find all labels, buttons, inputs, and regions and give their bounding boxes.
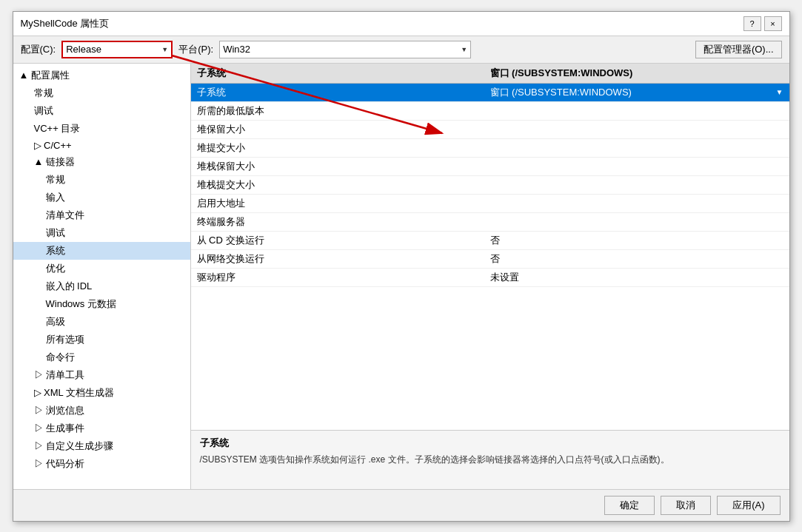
description-area: 子系统 /SUBSYSTEM 选项告知操作系统如何运行 .exe 文件。子系统的… (191, 430, 789, 489)
tree-item-config-props[interactable]: ▲ 配置属性 (13, 67, 190, 84)
tree-item-linker-cmdline[interactable]: 命令行 (13, 349, 190, 366)
prop-row[interactable]: 堆提交大小 (191, 139, 789, 158)
tree-item-linker-manifest[interactable]: 清单文件 (13, 206, 190, 224)
tree-item-vcpp-dirs[interactable]: VC++ 目录 (13, 120, 190, 138)
prop-row[interactable]: 启用大地址 (191, 195, 789, 213)
prop-name: 启用大地址 (197, 197, 490, 210)
close-button[interactable]: × (764, 16, 782, 31)
prop-name: 堆栈提交大小 (197, 178, 490, 192)
prop-name: 从 CD 交换运行 (197, 234, 490, 247)
description-title: 子系统 (200, 437, 781, 450)
left-panel: ▲ 配置属性常规调试VC++ 目录▷ C/C++▲ 链接器常规输入清单文件调试系… (13, 64, 191, 489)
tree-item-build-events[interactable]: ▷ 生成事件 (13, 420, 190, 437)
prop-name: 所需的最低版本 (197, 104, 490, 118)
prop-row[interactable]: 堆保留大小 (191, 121, 789, 139)
tree-item-linker[interactable]: ▲ 链接器 (13, 153, 190, 171)
platform-select[interactable]: Win32 ▼ (219, 41, 471, 58)
tree-item-general[interactable]: 常规 (13, 84, 190, 102)
prop-name: 终端服务器 (197, 215, 490, 229)
prop-name: 驱动程序 (197, 271, 490, 284)
prop-row[interactable]: 从 CD 交换运行否 (191, 232, 789, 250)
tree-item-manifest-tool[interactable]: ▷ 清单工具 (13, 366, 190, 384)
main-area: ▲ 配置属性常规调试VC++ 目录▷ C/C++▲ 链接器常规输入清单文件调试系… (13, 64, 789, 489)
prop-value: 否 (490, 252, 783, 266)
tree-item-debug[interactable]: 调试 (13, 102, 190, 120)
prop-value-text: 窗口 (/SUBSYSTEM:WINDOWS) (490, 86, 632, 99)
tree-item-linker-all-options[interactable]: 所有选项 (13, 331, 190, 349)
prop-name: 堆保留大小 (197, 123, 490, 136)
prop-row[interactable]: 子系统窗口 (/SUBSYSTEM:WINDOWS)▼ (191, 84, 789, 102)
prop-row[interactable]: 所需的最低版本 (191, 102, 789, 121)
ok-button[interactable]: 确定 (604, 496, 655, 515)
tree-item-cpp[interactable]: ▷ C/C++ (13, 138, 190, 153)
prop-row[interactable]: 终端服务器 (191, 213, 789, 232)
tree-item-linker-advanced[interactable]: 高级 (13, 313, 190, 331)
prop-name: 从网络交换运行 (197, 252, 490, 266)
tree-item-linker-input[interactable]: 输入 (13, 189, 190, 206)
config-dropdown-arrow: ▼ (161, 46, 168, 53)
config-label: 配置(C): (21, 43, 56, 56)
prop-name: 堆提交大小 (197, 141, 490, 155)
platform-label: 平台(P): (178, 43, 213, 56)
prop-header-value: 窗口 (/SUBSYSTEM:WINDOWS) (490, 67, 783, 80)
title-bar-buttons: ? × (743, 16, 782, 31)
platform-dropdown-arrow: ▼ (461, 46, 467, 53)
tree-item-code-analysis[interactable]: ▷ 代码分析 (13, 455, 190, 473)
prop-value-dropdown-arrow[interactable]: ▼ (776, 88, 783, 96)
tree-item-linker-debug[interactable]: 调试 (13, 224, 190, 242)
prop-header: 子系统 窗口 (/SUBSYSTEM:WINDOWS) (191, 64, 789, 84)
config-bar: 配置(C): Release ▼ 平台(P): Win32 ▼ 配置管理器(O)… (13, 36, 789, 64)
prop-row[interactable]: 堆栈保留大小 (191, 158, 789, 176)
properties-table: 子系统 窗口 (/SUBSYSTEM:WINDOWS) 子系统窗口 (/SUBS… (191, 64, 789, 430)
config-select-value: Release (66, 44, 101, 55)
prop-row[interactable]: 从网络交换运行否 (191, 250, 789, 269)
description-text: /SUBSYSTEM 选项告知操作系统如何运行 .exe 文件。子系统的选择会影… (200, 453, 781, 466)
tree-item-xml-doc[interactable]: ▷ XML 文档生成器 (13, 384, 190, 402)
tree-item-browse-info[interactable]: ▷ 浏览信息 (13, 402, 190, 420)
prop-value: 窗口 (/SUBSYSTEM:WINDOWS)▼ (490, 86, 783, 99)
config-select[interactable]: Release ▼ (61, 41, 173, 58)
tree-item-linker-optimize[interactable]: 优化 (13, 260, 190, 277)
tree-item-linker-win-metadata[interactable]: Windows 元数据 (13, 295, 190, 313)
prop-name: 子系统 (197, 86, 490, 99)
platform-select-value: Win32 (223, 44, 250, 55)
prop-value: 否 (490, 234, 783, 247)
tree-item-linker-embedded-idl[interactable]: 嵌入的 IDL (13, 277, 190, 295)
tree-item-linker-system[interactable]: 系统 (13, 242, 190, 260)
apply-button[interactable]: 应用(A) (717, 496, 780, 515)
prop-name: 堆栈保留大小 (197, 160, 490, 173)
dialog-title: MyShellCode 属性页 (21, 17, 110, 30)
bottom-buttons: 确定 取消 应用(A) (13, 489, 789, 521)
prop-header-name: 子系统 (197, 67, 490, 80)
prop-value: 未设置 (490, 271, 783, 284)
cancel-button[interactable]: 取消 (661, 496, 711, 515)
tree-item-custom-build[interactable]: ▷ 自定义生成步骤 (13, 437, 190, 455)
prop-row[interactable]: 驱动程序未设置 (191, 269, 789, 287)
right-panel: 子系统 窗口 (/SUBSYSTEM:WINDOWS) 子系统窗口 (/SUBS… (191, 64, 789, 489)
title-bar: MyShellCode 属性页 ? × (13, 12, 789, 36)
help-button[interactable]: ? (743, 16, 761, 31)
prop-row[interactable]: 堆栈提交大小 (191, 176, 789, 195)
config-manager-button[interactable]: 配置管理器(O)... (695, 41, 782, 58)
tree-item-linker-general[interactable]: 常规 (13, 171, 190, 189)
